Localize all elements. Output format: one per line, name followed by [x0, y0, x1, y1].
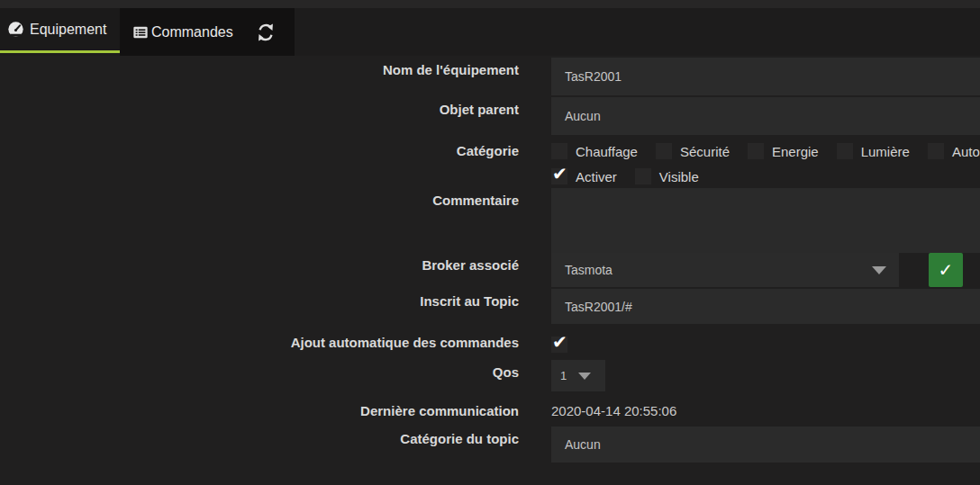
chevron-down-icon — [578, 373, 591, 380]
auto-add-label: Ajout automatique des commandes — [0, 335, 519, 351]
broker-confirm-button[interactable]: ✓ — [929, 253, 963, 287]
refresh-icon — [256, 22, 276, 42]
tab-equipement[interactable]: Equipement — [0, 8, 120, 53]
row-parent: Objet parent Aucun — [0, 97, 980, 135]
tab-equipement-label: Equipement — [30, 22, 106, 38]
checkbox-securite-label: Sécurité — [680, 144, 730, 159]
row-auto-add: Ajout automatique des commandes — [0, 335, 980, 356]
qos-select[interactable]: 1 — [551, 360, 605, 391]
topic-category-select[interactable]: Aucun — [551, 427, 980, 463]
topic-label: Inscrit au Topic — [0, 289, 519, 310]
topic-category-label: Catégorie du topic — [0, 427, 519, 447]
broker-select[interactable]: Tasmota — [551, 253, 899, 287]
tab-group-secondary: Commandes — [120, 8, 295, 56]
tab-commandes-label: Commandes — [151, 24, 233, 40]
refresh-button[interactable] — [256, 22, 276, 42]
parent-label: Objet parent — [0, 97, 519, 118]
check-icon: ✓ — [939, 259, 954, 281]
last-communication-label: Dernière communication — [0, 400, 519, 419]
topic-input[interactable] — [551, 289, 980, 324]
name-input[interactable] — [551, 58, 980, 95]
qos-select-value: 1 — [560, 369, 567, 382]
row-comment: Commentaire — [0, 188, 980, 253]
category-item: Auto — [928, 143, 980, 159]
topic-category-select-value: Aucun — [565, 437, 601, 452]
tab-bar: Equipement Commandes — [0, 0, 980, 56]
state-item: Activer — [551, 168, 617, 184]
comment-textarea[interactable] — [551, 188, 980, 253]
last-communication-value: 2020-04-14 20:55:06 — [551, 400, 980, 419]
row-last-communication: Dernière communication 2020-04-14 20:55:… — [0, 400, 980, 419]
gauge-icon — [7, 21, 24, 38]
checkbox-chauffage-label: Chauffage — [576, 144, 638, 159]
checkbox-energie-label: Energie — [772, 144, 819, 159]
chevron-down-icon — [872, 266, 886, 274]
qos-label: Qos — [0, 360, 519, 381]
row-topic-category: Catégorie du topic Aucun — [0, 427, 980, 463]
checkbox-lumiere-label: Lumière — [861, 144, 910, 159]
checkbox-activer-label: Activer — [576, 169, 617, 184]
checkbox-auto-add[interactable] — [551, 337, 567, 353]
row-state: Activer Visible — [0, 166, 980, 184]
row-category: Catégorie Chauffage Sécurité Energie Lum… — [0, 141, 980, 159]
state-item: Visible — [635, 168, 699, 184]
comment-label: Commentaire — [0, 188, 519, 209]
tab-commandes[interactable]: Commandes — [132, 24, 233, 40]
list-icon — [132, 24, 149, 40]
category-item: Sécurité — [656, 143, 730, 159]
checkbox-chauffage[interactable] — [551, 143, 567, 159]
category-label: Catégorie — [0, 141, 519, 159]
name-label: Nom de l'équipement — [0, 58, 519, 78]
parent-select-value: Aucun — [565, 109, 601, 123]
category-item: Lumière — [837, 143, 910, 159]
broker-select-value: Tasmota — [565, 263, 612, 277]
broker-label: Broker associé — [0, 253, 519, 274]
row-broker: Broker associé Tasmota ✓ — [0, 253, 980, 287]
row-name: Nom de l'équipement — [0, 58, 980, 95]
checkbox-auto-label: Auto — [952, 144, 980, 159]
equipment-form: Nom de l'équipement Objet parent Aucun C… — [0, 56, 980, 463]
checkbox-visible[interactable] — [635, 168, 651, 184]
checkbox-energie[interactable] — [748, 143, 764, 159]
header-top-strip — [0, 0, 980, 8]
checkbox-securite[interactable] — [656, 143, 672, 159]
checkbox-auto[interactable] — [928, 143, 944, 159]
checkbox-visible-label: Visible — [659, 169, 699, 184]
checkbox-lumiere[interactable] — [837, 143, 853, 159]
parent-select[interactable]: Aucun — [551, 97, 980, 135]
category-item: Chauffage — [551, 143, 638, 159]
row-topic: Inscrit au Topic — [0, 289, 980, 324]
row-qos: Qos 1 — [0, 360, 980, 391]
checkbox-activer[interactable] — [551, 168, 567, 184]
category-item: Energie — [748, 143, 819, 159]
